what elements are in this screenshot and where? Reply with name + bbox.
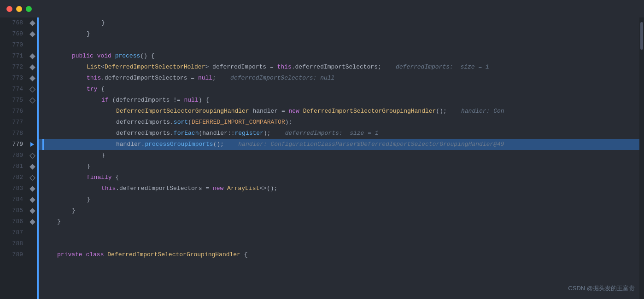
- line-numbers: 768 769 770 771 772 773 774 775 776 777 …: [4, 17, 28, 299]
- code-line-781: }: [39, 161, 639, 172]
- bp-786[interactable]: [28, 216, 37, 227]
- bp-787[interactable]: [28, 227, 37, 238]
- titlebar: [0, 0, 644, 17]
- bp-772[interactable]: [28, 62, 37, 73]
- code-line-784: }: [39, 194, 639, 205]
- code-line-782: finally {: [39, 172, 639, 183]
- bp-780[interactable]: [28, 150, 37, 161]
- code-line-772: List<DeferredImportSelectorHolder> defer…: [39, 62, 639, 73]
- close-button[interactable]: [6, 6, 12, 12]
- bp-783[interactable]: [28, 183, 37, 194]
- code-line-780: }: [39, 150, 639, 161]
- watermark: CSDN @掘头发的王富贵: [568, 284, 635, 293]
- code-line-773: this.deferredImportSelectors = null; def…: [39, 73, 639, 84]
- code-line-787: [39, 227, 639, 238]
- bp-774[interactable]: [28, 84, 37, 95]
- bp-781[interactable]: [28, 161, 37, 172]
- code-line-769: }: [39, 29, 639, 40]
- code-line-778: deferredImports.forEach(handler::registe…: [39, 128, 639, 139]
- breakpoint-column[interactable]: [28, 17, 37, 299]
- code-line-768: }: [39, 17, 639, 29]
- bp-777[interactable]: [28, 117, 37, 128]
- bp-776[interactable]: [28, 106, 37, 117]
- code-line-775: if (deferredImports != null) {: [39, 95, 639, 106]
- bp-775[interactable]: [28, 95, 37, 106]
- bp-789[interactable]: [28, 249, 37, 260]
- bp-770[interactable]: [28, 40, 37, 51]
- bp-769[interactable]: [28, 29, 37, 40]
- bp-785[interactable]: [28, 205, 37, 216]
- code-line-779: handler.processGroupImports(); handler: …: [39, 139, 639, 150]
- code-line-788: [39, 238, 639, 249]
- code-line-789: private class DeferredImportSelectorGrou…: [39, 249, 639, 260]
- code-line-774: try {: [39, 84, 639, 95]
- app-window: 768 769 770 771 772 773 774 775 776 777 …: [0, 0, 644, 299]
- minimize-button[interactable]: [16, 6, 22, 12]
- left-gutter: [0, 17, 4, 299]
- code-line-786: }: [39, 216, 639, 227]
- bp-788[interactable]: [28, 238, 37, 249]
- code-line-777: deferredImports.sort(DEFERRED_IMPORT_COM…: [39, 117, 639, 128]
- vertical-scrollbar[interactable]: [639, 17, 644, 299]
- code-line-785: }: [39, 205, 639, 216]
- bp-778[interactable]: [28, 128, 37, 139]
- scrollbar-thumb[interactable]: [640, 22, 643, 50]
- bp-773[interactable]: [28, 73, 37, 84]
- bp-782[interactable]: [28, 172, 37, 183]
- code-line-770: [39, 40, 639, 51]
- code-line-776: DeferredImportSelectorGroupingHandler ha…: [39, 106, 639, 117]
- bp-771[interactable]: [28, 51, 37, 62]
- bp-784[interactable]: [28, 194, 37, 205]
- bp-779[interactable]: [28, 139, 37, 150]
- code-line-783: this.deferredImportSelectors = new Array…: [39, 183, 639, 194]
- maximize-button[interactable]: [26, 6, 32, 12]
- code-line-771: public void process() {: [39, 51, 639, 62]
- bp-768[interactable]: [28, 17, 37, 29]
- code-editor[interactable]: } } public void process() { List<Deferre…: [39, 17, 639, 299]
- editor-area: 768 769 770 771 772 773 774 775 776 777 …: [0, 17, 644, 299]
